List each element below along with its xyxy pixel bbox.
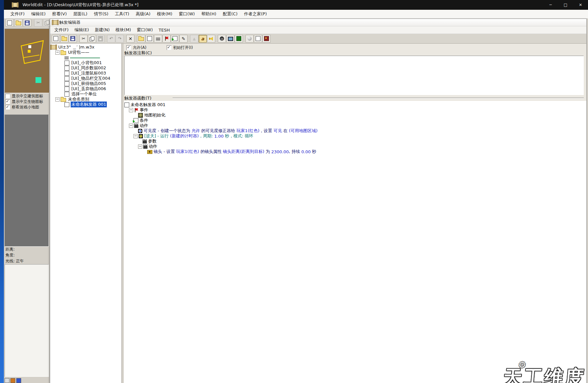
function-row[interactable]: [逆天] - 运行 (新建的计时器)，周期: 1.00 秒，模式: 循环 [124,133,586,139]
save-icon [70,36,75,41]
function-row[interactable]: 镜头 - 设置 玩家1(红色) 的镜头属性 镜头距离(距离到目标) 为 2300… [124,149,586,154]
tree-item[interactable]: [UI]_物品栏交互004 [50,76,121,81]
trigger-menu-item-4[interactable]: 窗口(W) [134,27,156,33]
checkbox[interactable] [126,45,131,50]
function-text: (可用地图区域) [289,128,317,134]
checkbox[interactable] [5,99,10,104]
new-map-button[interactable] [6,19,14,27]
document-button[interactable] [254,35,262,43]
tree-item[interactable]: UI背包—— [50,50,121,55]
syntax-check-button[interactable] [199,35,207,43]
save-button[interactable] [69,35,77,43]
tree-item[interactable]: 未命名类别 [50,97,121,102]
main-menu-item-2[interactable]: 察看(V) [49,11,70,17]
new-event-icon [164,36,169,41]
checkbox[interactable] [5,105,10,110]
window-controls: ─□✕ [543,0,588,10]
variables-button[interactable] [218,35,226,43]
trigger-editor-titlebar[interactable]: 触发编辑器 [50,19,586,26]
open-map-button[interactable] [14,19,22,27]
editor-settings-button[interactable] [262,35,271,43]
trigger-menu-item-5[interactable]: TESH [156,28,173,33]
maximize-button[interactable]: □ [558,0,573,10]
palette-swatch[interactable] [5,378,9,383]
cut-button[interactable] [34,19,42,27]
script-view-button[interactable] [226,35,234,43]
palette-swatch[interactable] [16,378,21,383]
tree-collapse-toggle[interactable] [129,108,133,112]
main-menu-item-4[interactable]: 情节(S) [91,11,111,17]
world-options-button[interactable] [245,35,254,43]
map-script-button[interactable] [235,35,243,43]
function-row[interactable]: 事件 [124,107,586,113]
comment-line [70,58,100,58]
tree-item[interactable]: [UI]_注册鼠标003 [50,71,121,76]
checkbox-row: 显示中立生物图标 [5,99,43,104]
main-menu-item-9[interactable]: 帮助(H) [198,11,219,17]
tree-collapse-toggle[interactable] [55,50,60,55]
checkbox[interactable] [167,45,172,50]
palette-swatch[interactable] [10,378,15,383]
checkbox[interactable] [5,94,10,99]
tree-collapse-toggle[interactable] [55,97,60,102]
convert-to-text-button[interactable] [190,35,198,43]
toggle-enabled-button[interactable] [126,35,134,43]
main-menu-item-7[interactable]: 模块(M) [154,11,175,17]
undo-button[interactable] [107,35,115,43]
tree-item[interactable] [50,55,121,60]
tree-item[interactable]: 未命名触发器 001 [50,102,121,107]
function-row[interactable]: 地图初始化 [124,113,586,118]
tree-item[interactable]: 选择一个单位 [50,91,121,97]
tree-collapse-toggle[interactable] [129,124,133,128]
new-event-button[interactable] [162,35,171,43]
tree-item[interactable]: [UI]_小背包001 [50,60,121,65]
new-file-button[interactable] [52,35,60,43]
save-map-button[interactable] [23,19,31,27]
trigger-menu-item-3[interactable]: 模块(M) [113,27,134,33]
redo-button[interactable] [116,35,124,43]
main-menu-item-3[interactable]: 层面(L) [70,11,91,17]
function-row[interactable]: 参数 [124,139,586,144]
main-menu-item-1[interactable]: 编辑(E) [28,11,49,17]
new-condition-button[interactable] [171,35,179,43]
tree-item[interactable]: [UI]_同步数据002 [50,65,121,71]
copy-button[interactable] [88,35,96,43]
status-row: 距离: [6,247,24,253]
function-row[interactable]: 条件 [124,118,586,123]
minimap-shapes [5,29,49,93]
function-row[interactable]: 动作 [124,144,586,149]
function-row[interactable]: 可见度 - 创建一个状态为 允许 的可见度修正器给 玩家1(红色)，设置 可见 … [124,128,586,133]
main-titlebar[interactable]: WorldEdit - [D:\Desktop\UI背包\UI背包-异步已处理.… [4,0,588,10]
tree-item[interactable]: [UI]_获得物品005 [50,81,121,86]
tree-item[interactable]: [UI]_丢弃物品006 [50,86,121,91]
main-menu-item-11[interactable]: 作者之家(P) [241,11,270,17]
checkbox-row: 显示中立建筑图标 [5,93,43,99]
trigger-comment-input[interactable] [124,56,584,95]
function-row[interactable]: 未命名触发器 001 [124,102,586,107]
window-title: WorldEdit - [D:\Desktop\UI背包\UI背包-异步已处理.… [22,2,138,8]
tree-collapse-toggle[interactable] [133,134,138,138]
trigger-menu-item-2[interactable]: 新建(N) [92,27,113,33]
main-menu-item-5[interactable]: 工具(T) [112,11,133,17]
trigger-menu-item-1[interactable]: 编辑(E) [72,27,92,33]
cut-button[interactable] [79,35,88,43]
minimize-button[interactable]: ─ [543,0,558,10]
tree-collapse-toggle[interactable] [138,144,142,149]
new-category-button[interactable] [137,35,145,43]
minimap-preview[interactable] [5,29,49,93]
main-menu-item-0[interactable]: 文件(F) [7,11,28,17]
open-button[interactable] [60,35,68,43]
paste-button[interactable] [96,35,105,43]
function-row[interactable]: 动作 [124,123,586,128]
cut-icon [81,36,86,41]
main-menu-item-10[interactable]: 配置(C) [219,11,241,17]
new-action-button[interactable] [179,35,188,43]
trigger-menu-item-0[interactable]: 文件(F) [51,27,72,33]
new-comment-button[interactable] [154,35,162,43]
main-menu-item-8[interactable]: 窗口(W) [175,11,198,17]
sound-editor-button[interactable] [207,35,215,43]
new-trigger-button[interactable] [146,35,154,43]
main-menu-item-6[interactable]: 高级(A) [133,11,154,17]
close-button[interactable]: ✕ [573,0,588,10]
tree-item[interactable]: UI±3° ＿′ |m.w3x [50,45,121,50]
